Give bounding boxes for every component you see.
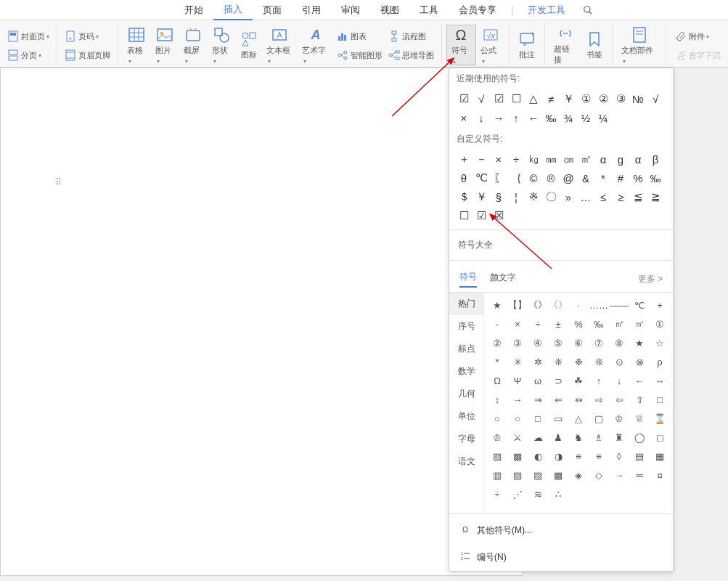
menu-insert[interactable]: 插入 xyxy=(213,0,253,20)
flowchart-button[interactable]: 流程图 xyxy=(385,29,437,44)
grid-symbol[interactable]: ⑥ xyxy=(568,333,589,352)
category-item[interactable]: 序号 xyxy=(449,315,483,338)
grid-symbol[interactable]: ④ xyxy=(528,333,548,352)
iconlib-button[interactable]: 图标 xyxy=(236,25,262,65)
grid-symbol[interactable]: - xyxy=(487,314,507,333)
category-item[interactable]: 字母 xyxy=(449,428,483,450)
grid-symbol[interactable]: ▦ xyxy=(650,447,670,466)
recent-symbol[interactable]: ☐ xyxy=(507,89,525,108)
custom-symbol[interactable]: ☑ xyxy=(473,206,490,225)
grid-symbol[interactable]: ◊ xyxy=(609,447,629,466)
custom-symbol[interactable]: ㎝ xyxy=(560,150,577,168)
grid-symbol[interactable]: ③ xyxy=(507,333,528,352)
category-item[interactable]: 标点 xyxy=(449,338,483,360)
grid-symbol[interactable]: ⑦ xyxy=(589,333,609,352)
grid-symbol[interactable]: ♔ xyxy=(609,409,629,428)
wordart-button[interactable]: A 艺术字▾ xyxy=(298,25,334,65)
custom-symbol[interactable]: ｛ xyxy=(507,168,525,187)
grid-symbol[interactable]: ◐ xyxy=(528,447,548,466)
recent-symbol[interactable]: △ xyxy=(525,89,542,108)
grid-symbol[interactable]: ≡ xyxy=(568,447,589,466)
grid-symbol[interactable]: ≡ xyxy=(589,447,609,466)
grid-symbol[interactable]: ⌛ xyxy=(650,409,670,428)
custom-symbol[interactable]: # xyxy=(612,168,629,187)
grid-symbol[interactable]: 《》 xyxy=(528,296,548,314)
table-button[interactable]: 表格▾ xyxy=(123,25,151,65)
custom-symbol[interactable]: ㎜ xyxy=(542,150,560,168)
grid-symbol[interactable]: …… xyxy=(589,296,609,314)
grid-symbol[interactable]: ⇧ xyxy=(629,390,650,409)
grid-symbol[interactable]: ㎡ xyxy=(609,314,629,333)
menu-start[interactable]: 开始 xyxy=(174,1,213,20)
grid-symbol[interactable]: ↓ xyxy=(609,371,629,390)
menu-review[interactable]: 审阅 xyxy=(331,1,370,20)
custom-symbol[interactable]: × xyxy=(490,150,507,168)
bookmark-button[interactable]: 书签 xyxy=(581,25,608,65)
grid-symbol[interactable]: ▤ xyxy=(629,447,650,466)
custom-symbol[interactable]: ☐ xyxy=(455,206,473,225)
attachment-button[interactable]: 附件▾ xyxy=(672,29,724,44)
custom-symbol[interactable]: α xyxy=(629,150,647,168)
screenshot-button[interactable]: 截屏▾ xyxy=(179,25,208,65)
recent-symbol[interactable]: √ xyxy=(647,89,664,108)
grid-symbol[interactable]: ㎥ xyxy=(629,314,650,333)
grid-symbol[interactable]: ❊ xyxy=(589,352,609,371)
chart-button[interactable]: 图表 xyxy=(334,29,385,44)
recent-symbol[interactable]: ← xyxy=(525,108,542,127)
category-item[interactable]: 热门 xyxy=(449,293,483,315)
pagenumber-button[interactable]: # 页码▾ xyxy=(62,29,113,44)
custom-symbol[interactable]: ‰ xyxy=(647,168,664,187)
search-icon[interactable] xyxy=(583,5,593,15)
grid-symbol[interactable]: + xyxy=(650,296,670,314)
grid-symbol[interactable]: ↕ xyxy=(487,390,507,409)
grid-symbol[interactable]: ¤ xyxy=(650,466,670,484)
grid-symbol[interactable]: ⊃ xyxy=(548,371,568,390)
grid-symbol[interactable]: Ψ xyxy=(507,371,528,390)
drag-handle-icon[interactable]: ⠿ xyxy=(55,177,62,187)
grid-symbol[interactable]: ⊗ xyxy=(629,352,650,371)
more-button[interactable]: 更多 > xyxy=(638,273,663,285)
grid-symbol[interactable]: ♟ xyxy=(548,428,568,447)
custom-symbol[interactable]: © xyxy=(525,168,542,187)
grid-symbol[interactable]: ▩ xyxy=(507,447,528,466)
grid-symbol[interactable]: ↔ xyxy=(650,371,670,390)
grid-symbol[interactable]: □ xyxy=(528,409,548,428)
recent-symbol[interactable]: × xyxy=(455,108,473,127)
custom-symbol[interactable]: ☒ xyxy=(490,206,507,225)
recent-symbol[interactable]: ￥ xyxy=(560,89,577,108)
all-symbols-title[interactable]: 符号大全 xyxy=(449,233,673,257)
tab-symbol[interactable]: 符号 xyxy=(459,271,477,288)
grid-symbol[interactable]: ‰ xyxy=(589,314,609,333)
custom-symbol[interactable]: β xyxy=(647,150,664,168)
grid-symbol[interactable]: ◑ xyxy=(548,447,568,466)
grid-symbol[interactable]: ⑧ xyxy=(609,333,629,352)
grid-symbol[interactable]: ℃ xyxy=(629,296,650,314)
grid-symbol[interactable]: ☘ xyxy=(568,371,589,390)
grid-symbol[interactable]: ♔ xyxy=(487,428,507,447)
category-item[interactable]: 数学 xyxy=(449,360,483,383)
recent-symbol[interactable]: → xyxy=(490,108,507,127)
grid-symbol[interactable]: ♕ xyxy=(629,409,650,428)
grid-symbol[interactable]: ★ xyxy=(487,296,507,314)
grid-symbol[interactable]: ≋ xyxy=(528,484,548,503)
grid-symbol[interactable]: ⋰ xyxy=(507,484,528,503)
menu-member[interactable]: 会员专享 xyxy=(449,1,507,20)
shape-button[interactable]: 形状▾ xyxy=(208,25,236,65)
custom-symbol[interactable]: ＋ xyxy=(455,150,473,168)
grid-symbol[interactable]: ⇦ xyxy=(609,390,629,409)
custom-symbol[interactable]: @ xyxy=(560,168,577,187)
grid-symbol[interactable]: ◈ xyxy=(568,466,589,484)
custom-symbol[interactable]: ≦ xyxy=(629,187,647,206)
custom-symbol[interactable]: * xyxy=(594,168,612,187)
custom-symbol[interactable]: g xyxy=(612,150,629,168)
grid-symbol[interactable]: ▧ xyxy=(507,466,528,484)
textbox-button[interactable]: A 文本框▾ xyxy=(262,25,298,65)
custom-symbol[interactable]: 〖 xyxy=(490,168,507,187)
menu-page[interactable]: 页面 xyxy=(253,1,292,20)
recent-symbol[interactable]: √ xyxy=(473,89,490,108)
custom-symbol[interactable]: ¦ xyxy=(507,187,525,206)
symbol-button[interactable]: Ω 符号▴ xyxy=(446,25,476,65)
grid-symbol[interactable]: ▨ xyxy=(528,466,548,484)
custom-symbol[interactable]: ® xyxy=(542,168,560,187)
pagebreak-button[interactable]: 分页▾ xyxy=(4,48,52,62)
